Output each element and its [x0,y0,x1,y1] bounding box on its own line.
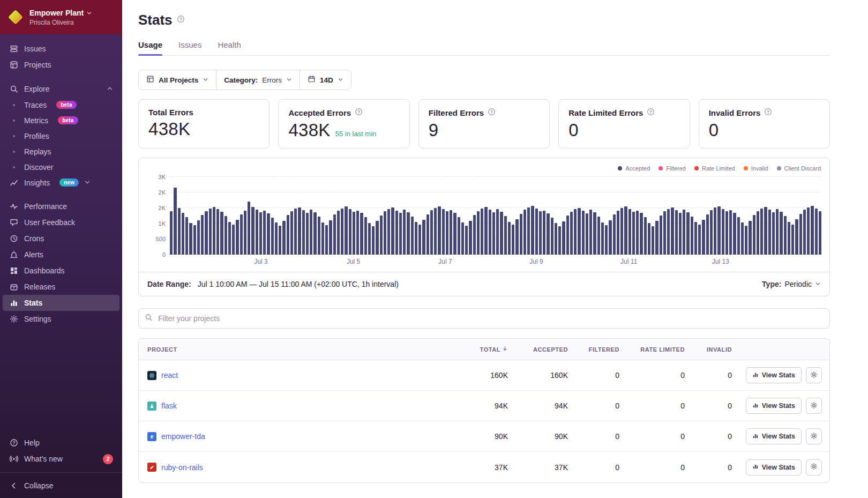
sidebar-item-performance[interactable]: Performance [3,198,119,214]
chart-bar [749,221,751,255]
chart-bar [492,212,495,255]
legend-item-filtered[interactable]: Filtered [659,165,686,172]
help-question-icon[interactable]: ? [355,108,363,118]
column-header-invalid[interactable]: INVALID [692,346,739,353]
category-filter-value: Errors [262,76,282,84]
cell-rate-limited: 0 [627,402,692,410]
chart-type-dropdown[interactable]: Type: Periodic [762,280,821,288]
column-header-filtered[interactable]: FILTERED [575,346,627,353]
sidebar-item-dashboards[interactable]: Dashboards [3,263,119,279]
sidebar-collapse-button[interactable]: Collapse [0,473,122,498]
project-settings-button[interactable] [806,428,822,444]
sidebar-item-metrics[interactable]: Metricsbeta [3,113,119,128]
sidebar-item-projects[interactable]: Projects [3,57,119,73]
chevron-down-icon [86,8,92,19]
legend-item-rate-limited[interactable]: Rate Limited [694,165,735,172]
chart-bar [399,213,402,255]
chart-bar [702,220,705,255]
chart-bar [446,211,448,255]
project-settings-button[interactable] [806,398,822,414]
project-filter-dropdown[interactable]: All Projects [139,70,216,90]
svg-text:?: ? [490,109,493,115]
project-link[interactable]: ruby-on-rails [161,463,203,472]
sidebar-item-what-s-new[interactable]: What's new2 [3,451,119,467]
platform-icon-rails [147,463,156,472]
chevron-down-icon [84,179,91,187]
sidebar-item-replays[interactable]: Replays [3,144,119,159]
bar-chart-small-icon [752,433,759,441]
category-filter-dropdown[interactable]: Category: Errors [216,70,300,90]
sidebar-item-discover[interactable]: Discover [3,159,119,175]
chart-bar [764,207,767,255]
project-settings-button[interactable] [806,459,822,475]
org-switcher[interactable]: Empower Plant Priscila Oliveira [0,0,122,34]
chart-bar [391,207,394,255]
chart-bar [438,206,440,255]
sidebar-item-label: Profiles [24,132,49,140]
sidebar-item-insights[interactable]: Insightsnew [3,175,119,190]
cell-accepted: 37K [515,463,575,472]
project-link[interactable]: react [161,371,178,380]
chart-bar [275,222,278,255]
chart-bar [220,212,223,255]
sidebar-item-alerts[interactable]: Alerts [3,247,119,263]
tab-health[interactable]: Health [218,40,241,55]
stat-card-title: Invalid Errors [709,108,761,117]
project-link[interactable]: empower-tda [161,432,205,441]
sidebar-item-profiles[interactable]: Profiles [3,128,119,144]
chart-bar [251,207,254,255]
chart-type-label: Type: [762,280,781,288]
sidebar-item-explore[interactable]: Explore [3,81,119,97]
chart-bar [271,218,274,255]
chart-bar [578,208,580,255]
column-header-accepted[interactable]: ACCEPTED [515,346,575,353]
tab-usage[interactable]: Usage [138,40,162,55]
chart-bar [508,222,511,255]
tab-issues[interactable]: Issues [178,40,201,55]
legend-item-accepted[interactable]: Accepted [618,165,650,172]
sidebar-item-traces[interactable]: Tracesbeta [3,97,119,113]
sidebar-item-stats[interactable]: Stats [3,295,119,311]
chart-bar [648,223,650,255]
chart-bar [465,226,468,255]
project-filter-input[interactable] [138,308,830,329]
view-stats-button[interactable]: View Stats [746,398,802,414]
legend-label: Filtered [666,165,686,172]
view-stats-button[interactable]: View Stats [746,428,802,444]
chart-bar [613,214,616,255]
chart-bar [660,215,662,255]
date-range-dropdown[interactable]: 14D [300,70,351,90]
chart-bar [593,212,596,255]
sidebar-item-issues[interactable]: Issues [3,41,119,57]
legend-item-client-discard[interactable]: Client Discard [777,165,821,172]
legend-item-invalid[interactable]: Invalid [744,165,768,172]
sidebar-item-crons[interactable]: Crons [3,231,119,247]
sidebar-item-releases[interactable]: Releases [3,279,119,295]
chart-bar [189,223,192,255]
chart-bar [298,207,301,255]
sidebar-item-user-feedback[interactable]: User Feedback [3,214,119,231]
sidebar-item-settings[interactable]: Settings [3,311,119,327]
chart-bar [376,221,378,255]
chart-bar [520,214,522,255]
help-question-icon[interactable]: ? [647,108,655,118]
column-header-rate-limited[interactable]: RATE LIMITED [627,346,692,353]
sidebar-item-help[interactable]: ? Help [3,435,119,451]
chart-bar [717,206,720,255]
chevron-up-icon [107,85,113,93]
project-link[interactable]: flask [161,402,177,410]
platform-icon-flask [147,402,156,411]
help-question-icon[interactable]: ? [177,15,185,25]
column-header-project[interactable]: PROJECT [139,346,452,353]
sidebar-item-label: Settings [24,315,51,323]
view-stats-button[interactable]: View Stats [746,367,802,383]
view-stats-button[interactable]: View Stats [746,459,802,475]
project-settings-button[interactable] [806,367,822,383]
help-question-icon[interactable]: ? [764,108,772,118]
chart-bar [624,206,627,255]
chart-bar [686,212,689,255]
column-header-total[interactable]: TOTAL [452,346,515,353]
table-row: react 160K 160K 0 0 0 View Stats [139,360,829,391]
help-question-icon[interactable]: ? [488,108,496,118]
usage-chart-panel: Accepted Filtered Rate Limited Invalid C… [138,158,830,296]
